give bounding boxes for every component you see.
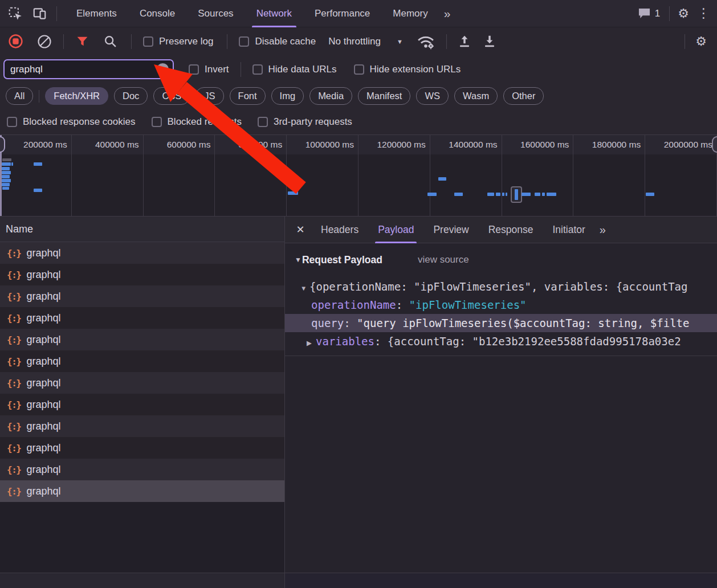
overview-bar bbox=[288, 191, 298, 195]
filter-chip-other[interactable]: Other bbox=[503, 87, 544, 105]
expand-triangle-icon[interactable]: ▶ bbox=[307, 334, 316, 350]
blocked-requests-toggle[interactable]: Blocked requests bbox=[152, 116, 242, 128]
request-name: graphql bbox=[26, 291, 60, 303]
device-toolbar-icon[interactable] bbox=[32, 6, 47, 21]
network-settings-gear-icon[interactable]: ⚙ bbox=[695, 35, 707, 48]
filter-chip-font[interactable]: Font bbox=[230, 87, 266, 105]
clear-network-log-icon[interactable] bbox=[37, 34, 52, 49]
name-column-header[interactable]: Name bbox=[0, 217, 284, 242]
network-request-row[interactable]: {:}graphql bbox=[0, 307, 284, 329]
invert-checkbox[interactable] bbox=[189, 64, 199, 75]
tab-elements[interactable]: Elements bbox=[65, 0, 128, 27]
disable-cache-label: Disable cache bbox=[255, 36, 316, 47]
filter-input[interactable] bbox=[10, 64, 157, 75]
filter-chip-css[interactable]: CSS bbox=[153, 87, 190, 105]
detail-tab-headers[interactable]: Headers bbox=[311, 217, 368, 243]
tab-console[interactable]: Console bbox=[128, 0, 186, 27]
request-payload-section[interactable]: ▼ Request Payload view source bbox=[285, 249, 717, 271]
network-request-row[interactable]: {:}graphql bbox=[0, 394, 284, 415]
filter-chip-wasm[interactable]: Wasm bbox=[454, 87, 498, 105]
filter-chip-ws[interactable]: WS bbox=[416, 87, 449, 105]
detail-tab-initiator[interactable]: Initiator bbox=[543, 217, 594, 243]
payload-variables-row[interactable]: ▶variables: {accountTag: "b12e3b2192ee55… bbox=[285, 332, 717, 350]
inspect-element-icon[interactable] bbox=[8, 6, 23, 21]
request-table: Name {:}graphql{:}graphql{:}graphql{:}gr… bbox=[0, 217, 285, 573]
hide-extension-urls-toggle[interactable]: Hide extension URLs bbox=[354, 64, 461, 75]
detail-tab-preview[interactable]: Preview bbox=[423, 217, 478, 243]
blocked-response-cookies-checkbox[interactable] bbox=[7, 117, 17, 127]
overview-bar bbox=[11, 162, 13, 166]
overview-bar bbox=[502, 193, 504, 196]
divider bbox=[227, 34, 227, 49]
network-request-row[interactable]: {:}graphql bbox=[0, 329, 284, 350]
close-details-icon[interactable]: ✕ bbox=[290, 223, 311, 236]
clear-filter-icon[interactable]: ✕ bbox=[157, 63, 169, 75]
disable-cache-toggle[interactable]: Disable cache bbox=[239, 36, 316, 47]
export-har-icon[interactable] bbox=[482, 34, 497, 49]
filter-chip-js[interactable]: JS bbox=[195, 87, 223, 105]
more-tabs-icon[interactable]: » bbox=[439, 0, 455, 27]
search-icon[interactable] bbox=[103, 34, 117, 48]
tab-memory[interactable]: Memory bbox=[381, 0, 439, 27]
overview-bar bbox=[34, 162, 42, 166]
detail-tab-payload[interactable]: Payload bbox=[368, 217, 423, 243]
hide-data-urls-toggle[interactable]: Hide data URLs bbox=[252, 64, 337, 75]
preserve-log-toggle[interactable]: Preserve log bbox=[143, 36, 213, 47]
json-icon: {:} bbox=[7, 443, 21, 454]
network-request-row[interactable]: {:}graphql bbox=[0, 372, 284, 394]
detail-tab-response[interactable]: Response bbox=[479, 217, 543, 243]
filter-chip-img[interactable]: Img bbox=[271, 87, 304, 105]
network-request-row[interactable]: {:}graphql bbox=[0, 350, 284, 372]
json-icon: {:} bbox=[7, 270, 21, 280]
overview-canvas[interactable] bbox=[0, 135, 717, 216]
network-request-row[interactable]: {:}graphql bbox=[0, 437, 284, 459]
filter-funnel-icon[interactable] bbox=[75, 34, 89, 48]
overview-right-drag-handle[interactable] bbox=[712, 136, 717, 153]
settings-gear-icon[interactable]: ⚙ bbox=[678, 7, 689, 20]
filter-chip-all[interactable]: All bbox=[6, 87, 33, 105]
tab-sources[interactable]: Sources bbox=[186, 0, 245, 27]
preserve-log-checkbox[interactable] bbox=[143, 36, 153, 47]
section-collapse-icon[interactable]: ▼ bbox=[295, 256, 302, 264]
overview-left-drag-handle[interactable] bbox=[0, 136, 5, 153]
throttling-select[interactable]: No throttling ▼ bbox=[328, 36, 403, 47]
blocked-requests-checkbox[interactable] bbox=[152, 117, 162, 127]
third-party-requests-toggle[interactable]: 3rd-party requests bbox=[258, 116, 352, 128]
overview-bar bbox=[34, 189, 42, 192]
overview-bar bbox=[506, 193, 507, 196]
payload-root-row[interactable]: ▼{operationName: "ipFlowTimeseries", var… bbox=[285, 277, 717, 296]
payload-query-row[interactable]: query: "query ipFlowTimeseries($accountT… bbox=[285, 314, 717, 332]
network-overview-timeline[interactable]: 200000 ms400000 ms600000 ms800000 ms1000… bbox=[0, 134, 717, 217]
overflow-menu-icon[interactable]: ⋮ bbox=[697, 7, 710, 20]
invert-toggle[interactable]: Invert bbox=[189, 64, 229, 75]
tab-network[interactable]: Network bbox=[245, 0, 303, 27]
payload-operation-name-row[interactable]: operationName: "ipFlowTimeseries" bbox=[285, 296, 717, 314]
hide-data-urls-checkbox[interactable] bbox=[252, 64, 263, 75]
filter-chip-media[interactable]: Media bbox=[309, 87, 352, 105]
network-conditions-icon[interactable] bbox=[415, 34, 436, 50]
hide-extension-urls-checkbox[interactable] bbox=[354, 64, 364, 75]
import-har-icon[interactable] bbox=[457, 34, 472, 49]
network-request-row[interactable]: {:}graphql bbox=[0, 459, 284, 480]
more-detail-tabs-icon[interactable]: » bbox=[600, 223, 606, 236]
filter-chip-doc[interactable]: Doc bbox=[114, 87, 148, 105]
disable-cache-checkbox[interactable] bbox=[239, 36, 249, 47]
record-network-log-icon[interactable] bbox=[8, 34, 23, 49]
collapse-triangle-icon[interactable]: ▼ bbox=[300, 279, 309, 296]
blocked-response-cookies-toggle[interactable]: Blocked response cookies bbox=[7, 116, 136, 128]
filter-chip-manifest[interactable]: Manifest bbox=[358, 87, 410, 105]
filter-chip-fetch-xhr[interactable]: Fetch/XHR bbox=[45, 87, 108, 105]
network-request-row[interactable]: {:}graphql bbox=[0, 480, 284, 502]
third-party-requests-checkbox[interactable] bbox=[258, 117, 268, 127]
network-request-row[interactable]: {:}graphql bbox=[0, 264, 284, 285]
view-source-link[interactable]: view source bbox=[418, 254, 469, 266]
network-request-row[interactable]: {:}graphql bbox=[0, 415, 284, 437]
issues-counter[interactable]: 1 bbox=[638, 7, 660, 19]
network-toolbar: Preserve log Disable cache No throttling… bbox=[0, 27, 717, 55]
network-request-row[interactable]: {:}graphql bbox=[0, 242, 284, 264]
json-icon: {:} bbox=[7, 356, 21, 367]
network-request-row[interactable]: {:}graphql bbox=[0, 285, 284, 307]
divider bbox=[446, 34, 447, 49]
tab-performance[interactable]: Performance bbox=[303, 0, 381, 27]
overview-bar bbox=[515, 189, 518, 200]
